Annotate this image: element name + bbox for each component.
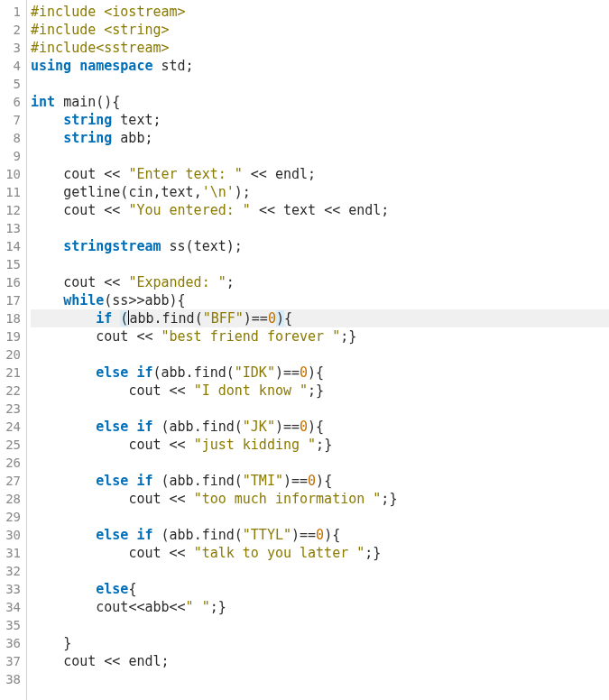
code-token: #include	[31, 22, 104, 38]
code-line[interactable]: cout << "I dont know ";}	[31, 382, 609, 400]
code-token: 0	[268, 310, 276, 327]
code-token: )	[235, 184, 243, 200]
code-line[interactable]: }	[31, 634, 609, 652]
code-line[interactable]: #include<sstream>	[31, 39, 609, 57]
code-line[interactable]: cout << "talk to you latter ";}	[31, 544, 609, 562]
code-line[interactable]: using namespace std;	[31, 57, 609, 75]
code-token: )	[308, 364, 316, 381]
code-token: )	[275, 419, 283, 435]
code-token: namespace	[79, 58, 152, 74]
code-token: ==	[283, 419, 300, 435]
code-token	[112, 310, 120, 327]
code-token: 0	[300, 364, 308, 381]
code-line[interactable]: cout<<abb<<" ";}	[31, 598, 609, 616]
code-line[interactable]: else if (abb.find("TMI")==0){	[31, 472, 609, 490]
code-line[interactable]	[31, 147, 609, 165]
code-token: else	[96, 473, 128, 489]
code-token: )	[226, 238, 235, 254]
code-token: {	[128, 581, 136, 597]
code-line[interactable]: #include <iostream>	[31, 3, 609, 21]
code-token: if	[136, 527, 152, 543]
code-token: (	[161, 419, 170, 435]
line-number: 17	[0, 291, 26, 309]
code-line[interactable]: else if (abb.find("JK")==0){	[31, 418, 609, 436]
code-token	[112, 130, 120, 146]
code-token: "I dont know "	[194, 382, 308, 399]
code-token: <<	[251, 166, 267, 182]
code-line[interactable]: stringstream ss(text);	[31, 237, 609, 255]
code-line[interactable]: if (abb.find("BFF")==0){	[31, 309, 609, 327]
code-line[interactable]: cout << "best friend forever ";}	[31, 327, 609, 345]
code-token: " "	[186, 599, 210, 615]
code-area[interactable]: #include <iostream>#include <string>#inc…	[27, 0, 609, 700]
code-line[interactable]	[31, 670, 609, 688]
line-number: 9	[0, 147, 26, 165]
code-token	[243, 166, 251, 182]
code-line[interactable]: cout << "too much information ";}	[31, 490, 609, 508]
code-line[interactable]	[31, 616, 609, 634]
code-line[interactable]: else if(abb.find("IDK")==0){	[31, 364, 609, 382]
code-token: endl	[275, 166, 308, 182]
code-token	[31, 274, 63, 290]
code-token: <iostream>	[104, 4, 185, 20]
code-token	[31, 545, 128, 561]
code-token	[152, 527, 161, 543]
code-token: #include	[31, 4, 104, 20]
code-token: )	[324, 527, 332, 543]
code-line[interactable]: string text;	[31, 111, 609, 129]
code-editor[interactable]: 1234567891011121314151617181920212223242…	[0, 0, 609, 700]
code-token: ;	[186, 58, 194, 74]
code-token	[161, 238, 170, 254]
code-line[interactable]	[31, 345, 609, 364]
code-token: abb	[129, 310, 153, 327]
code-line[interactable]: else{	[31, 580, 609, 598]
code-token: <<	[259, 202, 275, 218]
code-token: ss	[112, 292, 128, 309]
code-token: ==	[300, 527, 316, 543]
line-number: 36	[0, 634, 26, 652]
code-line[interactable]	[31, 400, 609, 418]
code-line[interactable]: while(ss>>abb){	[31, 291, 609, 309]
code-line[interactable]: cout << "You entered: " << text << endl;	[31, 201, 609, 219]
code-token: if	[136, 473, 152, 489]
code-token: find	[162, 310, 195, 327]
code-line[interactable]: cout << "Enter text: " << endl;	[31, 165, 609, 183]
code-token	[31, 635, 63, 651]
line-number: 2	[0, 21, 26, 39]
code-token: else	[96, 527, 128, 543]
code-token	[152, 58, 161, 74]
code-token: {	[316, 419, 324, 435]
code-line[interactable]: getline(cin,text,'\n');	[31, 183, 609, 201]
code-line[interactable]	[31, 75, 609, 93]
line-number-gutter: 1234567891011121314151617181920212223242…	[0, 0, 27, 700]
code-line[interactable]: cout << endl;	[31, 652, 609, 670]
code-line[interactable]: #include <string>	[31, 21, 609, 39]
code-line[interactable]: cout << "Expanded: ";	[31, 273, 609, 291]
line-number: 29	[0, 508, 26, 526]
code-line[interactable]	[31, 562, 609, 580]
code-token: ;	[381, 202, 389, 218]
code-line[interactable]	[31, 219, 609, 237]
code-line[interactable]: string abb;	[31, 129, 609, 147]
code-token: abb	[144, 599, 169, 615]
line-number: 31	[0, 544, 26, 562]
code-line[interactable]: int main(){	[31, 93, 609, 111]
code-token	[186, 382, 194, 399]
code-line[interactable]: cout << "just kidding ";}	[31, 436, 609, 454]
line-number: 21	[0, 364, 26, 382]
code-token: stringstream	[63, 238, 161, 254]
code-token	[31, 112, 63, 128]
code-token: cout	[128, 382, 161, 399]
code-token	[31, 328, 96, 345]
code-token	[31, 202, 63, 218]
code-token	[71, 58, 79, 74]
code-token: (	[161, 473, 170, 489]
code-line[interactable]: else if (abb.find("TTYL")==0){	[31, 526, 609, 544]
code-line[interactable]	[31, 255, 609, 273]
line-number: 19	[0, 327, 26, 345]
code-line[interactable]	[31, 454, 609, 472]
code-line[interactable]	[31, 508, 609, 526]
code-token: '\n'	[202, 184, 235, 200]
code-token	[161, 437, 170, 453]
code-token: {	[178, 292, 186, 309]
